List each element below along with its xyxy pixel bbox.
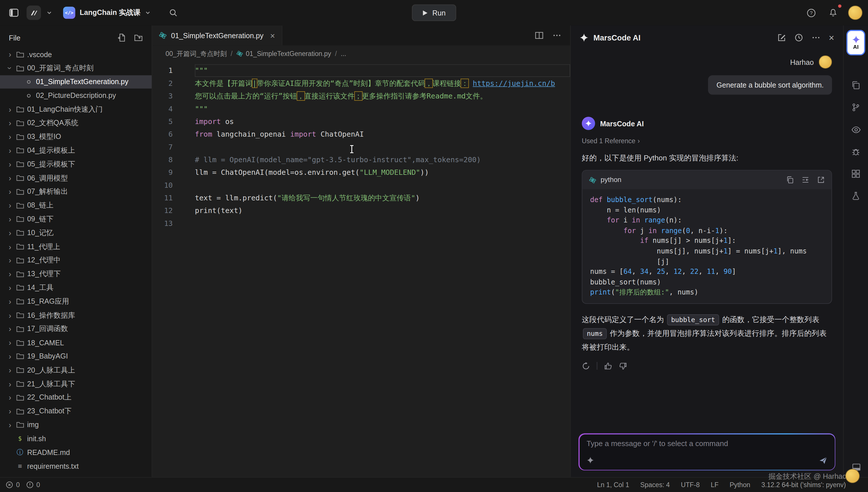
tab-simpletextgeneration[interactable]: 01_SimpleTextGeneration.py × xyxy=(152,26,282,45)
docs-icon[interactable] xyxy=(843,74,868,96)
problems-indicator[interactable]: 0 0 xyxy=(5,481,40,489)
tree-item-folder[interactable]: ›15_RAG应用 xyxy=(0,295,152,308)
copy-code-icon[interactable] xyxy=(786,176,794,184)
debug-icon[interactable] xyxy=(843,141,868,163)
tree-item-folder[interactable]: ›14_工具 xyxy=(0,281,152,295)
preview-eye-icon[interactable] xyxy=(843,119,868,141)
sidebar-toggle-icon[interactable] xyxy=(7,5,21,20)
breadcrumb-ellipsis[interactable]: ... xyxy=(341,50,346,58)
status-item[interactable]: Python xyxy=(730,481,750,489)
tree-item-folder[interactable]: ›03_模型IO xyxy=(0,130,152,144)
tree-item-folder[interactable]: ›06_调用模型 xyxy=(0,171,152,185)
tree-item-folder[interactable]: ›19_BabyAGI xyxy=(0,350,152,363)
tree-item-folder[interactable]: ›17_回调函数 xyxy=(0,322,152,336)
insert-code-icon[interactable] xyxy=(802,176,810,184)
tree-item-folder[interactable]: ›10_记忆 xyxy=(0,226,152,240)
tree-item-folder[interactable]: ›04_提示模板上 xyxy=(0,144,152,157)
reference-toggle[interactable]: Used 1 Reference › xyxy=(582,137,832,145)
tree-item-folder[interactable]: ›18_CAMEL xyxy=(0,336,152,350)
code-area[interactable]: 12345678910111213 """本文件是【开篇词|带你亲证AI应用开发… xyxy=(152,62,570,230)
editor-line[interactable] xyxy=(195,217,570,230)
split-editor-icon[interactable] xyxy=(535,31,544,40)
line-number[interactable]: 6 xyxy=(152,128,173,140)
tree-item-folder[interactable]: ›23_Chatbot下 xyxy=(0,404,152,418)
editor-line[interactable]: # llm = OpenAI(model_name="gpt-3.5-turbo… xyxy=(195,153,570,166)
tree-item-folder[interactable]: ›22_Chatbot上 xyxy=(0,391,152,404)
line-number[interactable]: 12 xyxy=(152,204,173,217)
code-lines[interactable]: """本文件是【开篇词|带你亲证AI应用开发的“奇点”时刻】章节的配套代码，课程… xyxy=(183,64,570,230)
status-item[interactable]: 3.12.2 64-bit ('shims': pyenv) xyxy=(761,481,846,489)
status-item[interactable]: Spaces: 4 xyxy=(640,481,670,489)
line-number[interactable]: 13 xyxy=(152,217,173,230)
tree-item-folder[interactable]: ›07_解析输出 xyxy=(0,185,152,199)
editor-line[interactable]: 本文件是【开篇词|带你亲证AI应用开发的“奇点”时刻】章节的配套代码，课程链接：… xyxy=(195,77,570,90)
new-chat-icon[interactable] xyxy=(777,33,786,42)
search-icon[interactable] xyxy=(166,5,180,20)
tree-item-file[interactable]: ›01_SimpleTextGeneration.py xyxy=(0,75,152,89)
line-number[interactable]: 2 xyxy=(152,77,173,90)
tree-item-folder[interactable]: ›09_链下 xyxy=(0,213,152,226)
line-number[interactable]: 11 xyxy=(152,192,173,204)
tab-close-icon[interactable]: × xyxy=(270,31,275,40)
thumbs-up-icon[interactable] xyxy=(604,362,612,370)
input-spark-icon[interactable] xyxy=(587,457,594,464)
source-control-icon[interactable] xyxy=(843,96,868,118)
open-code-icon[interactable] xyxy=(817,176,825,184)
editor-line[interactable] xyxy=(195,179,570,192)
tree-item-folder[interactable]: ›08_链上 xyxy=(0,199,152,213)
status-item[interactable]: Ln 1, Col 1 xyxy=(597,481,629,489)
tree-item-file[interactable]: ›ⓘREADME.md xyxy=(0,445,152,459)
tree-item-folder[interactable]: ›16_操作数据库 xyxy=(0,308,152,322)
tree-item-file[interactable]: ›$init.sh xyxy=(0,432,152,445)
editor-line[interactable]: print(text) xyxy=(195,204,570,217)
breadcrumb-folder[interactable]: 00_开篇词_奇点时刻 xyxy=(165,49,227,58)
notifications-icon[interactable] xyxy=(826,5,840,20)
project-switcher[interactable]: </> LangChain 实战课 xyxy=(63,7,150,19)
editor-line[interactable]: llm = ChatOpenAI(model=os.environ.get("L… xyxy=(195,166,570,178)
tree-item-file[interactable]: ›≡requirements.txt xyxy=(0,459,152,473)
tree-item-folder[interactable]: ›13_代理下 xyxy=(0,267,152,281)
tree-item-folder[interactable]: ›21_人脉工具下 xyxy=(0,377,152,391)
line-number[interactable]: 4 xyxy=(152,102,173,115)
tree-item-folder[interactable]: ›01_LangChain快速入门 xyxy=(0,102,152,116)
new-folder-icon[interactable] xyxy=(134,33,143,42)
line-number[interactable]: 3 xyxy=(152,90,173,102)
tree-item-folder[interactable]: ›11_代理上 xyxy=(0,240,152,253)
line-number[interactable]: 5 xyxy=(152,115,173,128)
help-icon[interactable]: ? xyxy=(804,5,818,20)
tree-item-folder[interactable]: ›05_提示模板下 xyxy=(0,157,152,171)
new-file-icon[interactable] xyxy=(117,33,126,42)
user-avatar[interactable] xyxy=(848,5,863,20)
editor-line[interactable]: import os xyxy=(195,115,570,128)
editor-more-actions-icon[interactable] xyxy=(552,31,561,40)
tree-item-file[interactable]: ›02_PictureDescription.py xyxy=(0,89,152,102)
regenerate-icon[interactable] xyxy=(582,362,590,370)
panel-more-icon[interactable] xyxy=(812,33,821,42)
editor-line[interactable]: text = llm.predict("请给我写一句情人节红玫瑰的中文宣传语") xyxy=(195,192,570,204)
editor-line[interactable]: """ xyxy=(195,64,570,77)
tree-item-folder[interactable]: ›img xyxy=(0,418,152,432)
run-button[interactable]: Run xyxy=(412,4,456,21)
send-icon[interactable] xyxy=(819,456,827,465)
editor-line[interactable]: """ xyxy=(195,102,570,115)
tree-item-folder[interactable]: ›12_代理中 xyxy=(0,253,152,267)
line-number[interactable]: 10 xyxy=(152,179,173,192)
editor-line[interactable]: from langchain_openai import ChatOpenAI xyxy=(195,128,570,140)
status-item[interactable]: LF xyxy=(711,481,719,489)
line-number[interactable]: 8 xyxy=(152,153,173,166)
history-icon[interactable] xyxy=(795,33,803,42)
status-item[interactable]: UTF-8 xyxy=(681,481,700,489)
line-number[interactable]: 9 xyxy=(152,166,173,178)
gutter[interactable]: 12345678910111213 xyxy=(152,64,183,230)
thumbs-down-icon[interactable] xyxy=(619,362,627,370)
tree-item-folder[interactable]: ›02_文档QA系统 xyxy=(0,116,152,130)
tree-item-folder[interactable]: ›20_人脉工具上 xyxy=(0,363,152,377)
tree-item-folder[interactable]: ›.vscode xyxy=(0,48,152,62)
line-number[interactable]: 1 xyxy=(152,64,173,77)
message-input[interactable] xyxy=(587,439,827,447)
test-beaker-icon[interactable] xyxy=(843,185,868,207)
app-logo[interactable] xyxy=(27,5,41,20)
extensions-grid-icon[interactable] xyxy=(843,163,868,185)
editor-line[interactable]: 您可以点击最上方的“运行”按钮，直接运行该文件；更多操作指引请参考Readme.… xyxy=(195,90,570,102)
line-number[interactable]: 7 xyxy=(152,141,173,153)
